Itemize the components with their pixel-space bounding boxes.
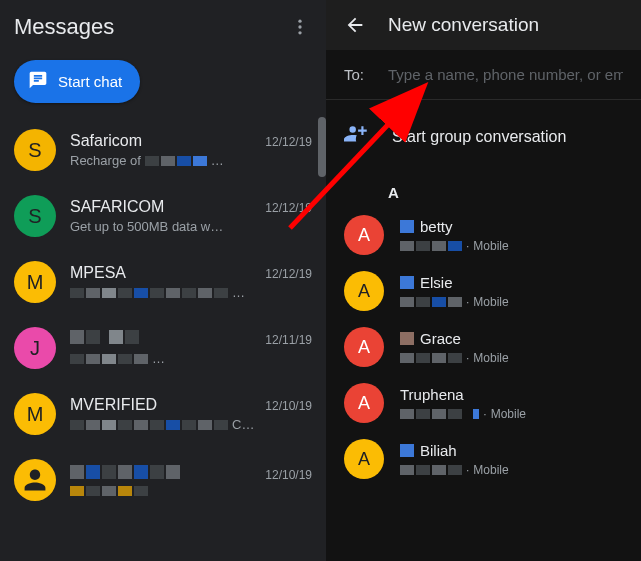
conversation-list-panel: Messages Start chat S Safaricom 12/12/19…	[0, 0, 326, 561]
to-label: To:	[344, 66, 364, 83]
contact-item[interactable]: A betty · Mobile	[326, 207, 641, 263]
avatar: A	[344, 327, 384, 367]
thread-date: 12/12/19	[265, 267, 312, 281]
thread-snippet: Get up to 500MB data w…	[70, 219, 312, 234]
thread-snippet	[70, 486, 312, 496]
back-button[interactable]	[344, 14, 366, 36]
contact-phone: · Mobile	[400, 295, 623, 309]
avatar: A	[344, 383, 384, 423]
avatar	[14, 459, 56, 501]
svg-point-0	[298, 20, 301, 23]
thread-snippet: C…	[70, 417, 312, 432]
thread-date: 12/10/19	[265, 399, 312, 413]
contact-phone: · Mobile	[400, 407, 623, 421]
group-label: Start group conversation	[392, 128, 566, 146]
avatar: S	[14, 129, 56, 171]
group-add-icon	[344, 122, 370, 152]
start-chat-label: Start chat	[58, 73, 122, 90]
conversation-item[interactable]: 12/10/19	[0, 447, 326, 513]
to-field-row[interactable]: To:	[326, 50, 641, 100]
conversation-item[interactable]: J 12/11/19 …	[0, 315, 326, 381]
contact-name: Grace	[400, 330, 623, 347]
thread-name: MPESA	[70, 264, 126, 282]
contact-item[interactable]: A Biliah · Mobile	[326, 431, 641, 487]
conversation-item[interactable]: M MVERIFIED 12/10/19 C…	[0, 381, 326, 447]
avatar: J	[14, 327, 56, 369]
thread-snippet: …	[70, 285, 312, 300]
avatar: A	[344, 439, 384, 479]
thread-date: 12/11/19	[265, 333, 312, 347]
thread-snippet: Recharge of …	[70, 153, 312, 168]
avatar: A	[344, 271, 384, 311]
thread-date: 12/10/19	[265, 468, 312, 482]
thread-name	[70, 465, 180, 483]
avatar: S	[14, 195, 56, 237]
avatar: M	[14, 261, 56, 303]
messages-title: Messages	[14, 14, 114, 40]
contact-name: Truphena	[400, 386, 623, 403]
thread-date: 12/12/19	[265, 135, 312, 149]
svg-point-1	[298, 25, 301, 28]
contact-name: Elsie	[400, 274, 623, 291]
contact-name: betty	[400, 218, 623, 235]
avatar: A	[344, 215, 384, 255]
start-chat-button[interactable]: Start chat	[14, 60, 140, 103]
contact-item[interactable]: A Truphena · Mobile	[326, 375, 641, 431]
thread-name: SAFARICOM	[70, 198, 164, 216]
thread-snippet: …	[70, 351, 312, 366]
recipient-input[interactable]	[388, 66, 623, 83]
contact-phone: · Mobile	[400, 463, 623, 477]
contact-item[interactable]: A Grace · Mobile	[326, 319, 641, 375]
contacts-section-letter: A	[326, 174, 641, 207]
contact-item[interactable]: A Elsie · Mobile	[326, 263, 641, 319]
svg-point-2	[298, 31, 301, 34]
conversation-item[interactable]: M MPESA 12/12/19 …	[0, 249, 326, 315]
contact-name: Biliah	[400, 442, 623, 459]
start-group-conversation-button[interactable]: Start group conversation	[326, 100, 641, 174]
more-options-button[interactable]	[288, 15, 312, 39]
new-conversation-title: New conversation	[388, 14, 539, 36]
conversation-item[interactable]: S SAFARICOM 12/12/19 Get up to 500MB dat…	[0, 183, 326, 249]
avatar: M	[14, 393, 56, 435]
contact-phone: · Mobile	[400, 351, 623, 365]
chat-icon	[28, 70, 48, 93]
scrollbar-thumb[interactable]	[318, 117, 326, 177]
conversation-item[interactable]: S Safaricom 12/12/19 Recharge of …	[0, 117, 326, 183]
thread-date: 12/12/19	[265, 201, 312, 215]
thread-name: Safaricom	[70, 132, 142, 150]
threads-container: S Safaricom 12/12/19 Recharge of … S	[0, 117, 326, 561]
thread-name	[70, 330, 139, 348]
contact-phone: · Mobile	[400, 239, 623, 253]
thread-name: MVERIFIED	[70, 396, 157, 414]
new-conversation-panel: New conversation To: Start group convers…	[326, 0, 641, 561]
